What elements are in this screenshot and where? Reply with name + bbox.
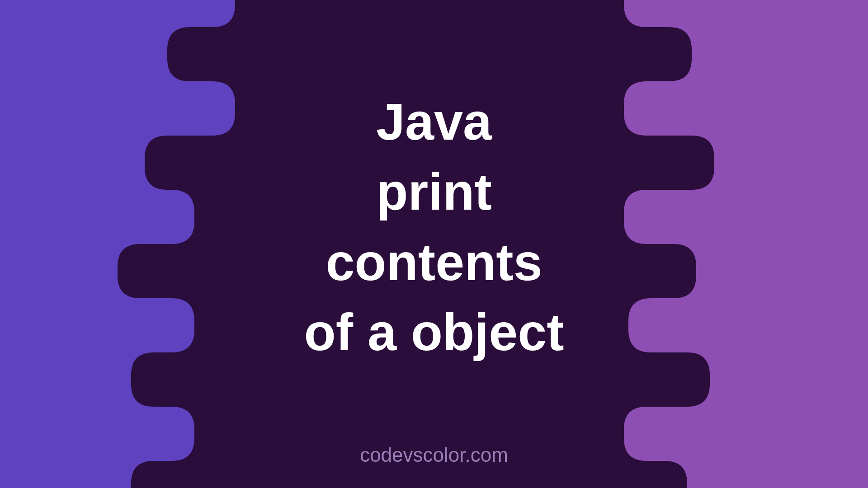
watermark-text: codevscolor.com [360,444,508,466]
title-text: Java print contents of a object [304,87,564,367]
main-content: Java print contents of a object [304,87,564,367]
